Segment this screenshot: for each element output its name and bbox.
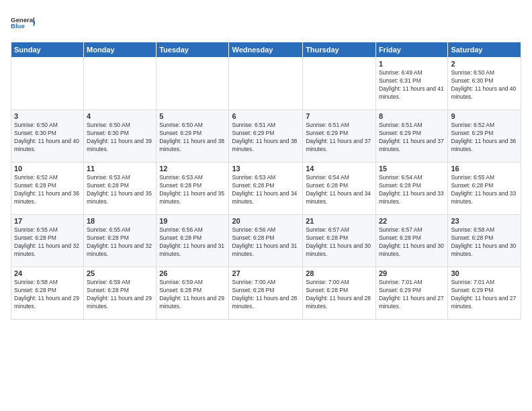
- calendar-cell: 2Sunrise: 6:50 AMSunset: 6:30 PMDaylight…: [448, 58, 521, 110]
- svg-text:Blue: Blue: [11, 22, 25, 30]
- calendar-cell: 15Sunrise: 6:54 AMSunset: 6:28 PMDayligh…: [375, 163, 447, 215]
- calendar-cell: 20Sunrise: 6:56 AMSunset: 6:28 PMDayligh…: [229, 215, 303, 267]
- day-info: Sunrise: 6:54 AMSunset: 6:28 PMDaylight:…: [306, 174, 373, 206]
- day-info: Sunrise: 6:50 AMSunset: 6:30 PMDaylight:…: [87, 122, 153, 154]
- day-number: 25: [87, 269, 153, 277]
- day-number: 24: [14, 269, 81, 277]
- day-number: 19: [159, 217, 226, 225]
- calendar-cell: 16Sunrise: 6:55 AMSunset: 6:28 PMDayligh…: [448, 163, 521, 215]
- day-info: Sunrise: 7:00 AMSunset: 6:28 PMDaylight:…: [306, 279, 373, 311]
- calendar-cell: 25Sunrise: 6:59 AMSunset: 6:28 PMDayligh…: [84, 267, 157, 320]
- calendar-week-2: 3Sunrise: 6:50 AMSunset: 6:30 PMDaylight…: [11, 110, 521, 163]
- day-number: 5: [159, 112, 226, 120]
- calendar-cell: 22Sunrise: 6:57 AMSunset: 6:28 PMDayligh…: [375, 215, 447, 267]
- day-info: Sunrise: 6:56 AMSunset: 6:28 PMDaylight:…: [232, 226, 300, 259]
- calendar-week-5: 24Sunrise: 6:58 AMSunset: 6:28 PMDayligh…: [11, 267, 521, 320]
- day-number: 26: [159, 269, 226, 277]
- day-header-saturday: Saturday: [448, 42, 521, 58]
- calendar-cell: 11Sunrise: 6:53 AMSunset: 6:28 PMDayligh…: [84, 163, 157, 215]
- calendar-cell: [303, 58, 376, 110]
- calendar-cell: 27Sunrise: 7:00 AMSunset: 6:28 PMDayligh…: [229, 267, 303, 320]
- day-number: 2: [451, 60, 518, 68]
- day-info: Sunrise: 7:00 AMSunset: 6:28 PMDaylight:…: [232, 279, 300, 311]
- calendar-cell: 7Sunrise: 6:51 AMSunset: 6:29 PMDaylight…: [303, 110, 376, 163]
- day-number: 23: [451, 217, 518, 225]
- day-header-friday: Friday: [375, 42, 447, 58]
- calendar-cell: 18Sunrise: 6:55 AMSunset: 6:28 PMDayligh…: [84, 215, 157, 267]
- day-header-monday: Monday: [84, 42, 157, 58]
- day-number: 22: [379, 217, 445, 225]
- day-number: 15: [379, 165, 445, 173]
- day-number: 9: [451, 112, 518, 120]
- day-info: Sunrise: 6:57 AMSunset: 6:28 PMDaylight:…: [379, 226, 445, 259]
- day-number: 30: [451, 269, 518, 277]
- day-number: 17: [14, 217, 81, 225]
- calendar-cell: 21Sunrise: 6:57 AMSunset: 6:28 PMDayligh…: [303, 215, 376, 267]
- day-info: Sunrise: 6:58 AMSunset: 6:28 PMDaylight:…: [451, 226, 518, 259]
- day-info: Sunrise: 6:55 AMSunset: 6:28 PMDaylight:…: [87, 226, 153, 259]
- calendar-cell: [157, 58, 229, 110]
- day-number: 3: [14, 112, 81, 120]
- logo: General Blue: [11, 11, 35, 35]
- calendar-cell: 4Sunrise: 6:50 AMSunset: 6:30 PMDaylight…: [84, 110, 157, 163]
- day-number: 11: [87, 165, 153, 173]
- calendar-cell: 9Sunrise: 6:52 AMSunset: 6:29 PMDaylight…: [448, 110, 521, 163]
- day-number: 27: [232, 269, 300, 277]
- day-number: 29: [379, 269, 445, 277]
- calendar-cell: 17Sunrise: 6:55 AMSunset: 6:28 PMDayligh…: [11, 215, 84, 267]
- day-number: 20: [232, 217, 300, 225]
- day-number: 1: [379, 60, 445, 68]
- day-info: Sunrise: 6:53 AMSunset: 6:28 PMDaylight:…: [159, 174, 226, 206]
- calendar-cell: 19Sunrise: 6:56 AMSunset: 6:28 PMDayligh…: [157, 215, 229, 267]
- calendar-body: 1Sunrise: 6:49 AMSunset: 6:31 PMDaylight…: [11, 58, 521, 320]
- day-info: Sunrise: 6:55 AMSunset: 6:28 PMDaylight:…: [451, 174, 518, 206]
- calendar-cell: 5Sunrise: 6:50 AMSunset: 6:29 PMDaylight…: [157, 110, 229, 163]
- calendar-week-3: 10Sunrise: 6:52 AMSunset: 6:28 PMDayligh…: [11, 163, 521, 215]
- calendar-cell: [84, 58, 157, 110]
- calendar-cell: 24Sunrise: 6:58 AMSunset: 6:28 PMDayligh…: [11, 267, 84, 320]
- day-info: Sunrise: 6:59 AMSunset: 6:28 PMDaylight:…: [87, 279, 153, 311]
- calendar-cell: 12Sunrise: 6:53 AMSunset: 6:28 PMDayligh…: [157, 163, 229, 215]
- day-info: Sunrise: 6:50 AMSunset: 6:30 PMDaylight:…: [451, 69, 518, 101]
- day-info: Sunrise: 6:54 AMSunset: 6:28 PMDaylight:…: [379, 174, 445, 206]
- calendar-cell: 28Sunrise: 7:00 AMSunset: 6:28 PMDayligh…: [303, 267, 376, 320]
- day-info: Sunrise: 6:59 AMSunset: 6:28 PMDaylight:…: [159, 279, 226, 311]
- day-info: Sunrise: 6:58 AMSunset: 6:28 PMDaylight:…: [14, 279, 81, 311]
- day-info: Sunrise: 7:01 AMSunset: 6:29 PMDaylight:…: [379, 279, 445, 311]
- calendar-cell: 26Sunrise: 6:59 AMSunset: 6:28 PMDayligh…: [157, 267, 229, 320]
- calendar-cell: 3Sunrise: 6:50 AMSunset: 6:30 PMDaylight…: [11, 110, 84, 163]
- day-info: Sunrise: 6:53 AMSunset: 6:28 PMDaylight:…: [232, 174, 300, 206]
- day-info: Sunrise: 6:50 AMSunset: 6:29 PMDaylight:…: [159, 122, 226, 154]
- day-header-wednesday: Wednesday: [229, 42, 303, 58]
- day-number: 28: [306, 269, 373, 277]
- calendar-cell: 8Sunrise: 6:51 AMSunset: 6:29 PMDaylight…: [375, 110, 447, 163]
- calendar-cell: 6Sunrise: 6:51 AMSunset: 6:29 PMDaylight…: [229, 110, 303, 163]
- day-info: Sunrise: 6:50 AMSunset: 6:30 PMDaylight:…: [14, 122, 81, 154]
- day-info: Sunrise: 6:52 AMSunset: 6:29 PMDaylight:…: [451, 122, 518, 154]
- day-header-sunday: Sunday: [11, 42, 84, 58]
- calendar-week-4: 17Sunrise: 6:55 AMSunset: 6:28 PMDayligh…: [11, 215, 521, 267]
- calendar-cell: 1Sunrise: 6:49 AMSunset: 6:31 PMDaylight…: [375, 58, 447, 110]
- day-info: Sunrise: 6:51 AMSunset: 6:29 PMDaylight:…: [232, 122, 300, 154]
- calendar-cell: [229, 58, 303, 110]
- calendar-table: SundayMondayTuesdayWednesdayThursdayFrid…: [11, 42, 521, 320]
- day-number: 21: [306, 217, 373, 225]
- day-number: 10: [14, 165, 81, 173]
- day-info: Sunrise: 6:57 AMSunset: 6:28 PMDaylight:…: [306, 226, 373, 259]
- calendar-cell: 10Sunrise: 6:52 AMSunset: 6:28 PMDayligh…: [11, 163, 84, 215]
- logo-svg: General Blue: [11, 11, 35, 35]
- day-info: Sunrise: 6:53 AMSunset: 6:28 PMDaylight:…: [87, 174, 153, 206]
- day-header-thursday: Thursday: [303, 42, 376, 58]
- day-info: Sunrise: 6:49 AMSunset: 6:31 PMDaylight:…: [379, 69, 445, 101]
- page-header: General Blue: [11, 11, 521, 35]
- day-header-tuesday: Tuesday: [157, 42, 229, 58]
- calendar-header-row: SundayMondayTuesdayWednesdayThursdayFrid…: [11, 42, 521, 58]
- day-number: 7: [306, 112, 373, 120]
- day-info: Sunrise: 6:55 AMSunset: 6:28 PMDaylight:…: [14, 226, 81, 259]
- day-number: 14: [306, 165, 373, 173]
- calendar-cell: 29Sunrise: 7:01 AMSunset: 6:29 PMDayligh…: [375, 267, 447, 320]
- day-info: Sunrise: 7:01 AMSunset: 6:29 PMDaylight:…: [451, 279, 518, 311]
- day-info: Sunrise: 6:52 AMSunset: 6:28 PMDaylight:…: [14, 174, 81, 206]
- day-number: 6: [232, 112, 300, 120]
- calendar-cell: 14Sunrise: 6:54 AMSunset: 6:28 PMDayligh…: [303, 163, 376, 215]
